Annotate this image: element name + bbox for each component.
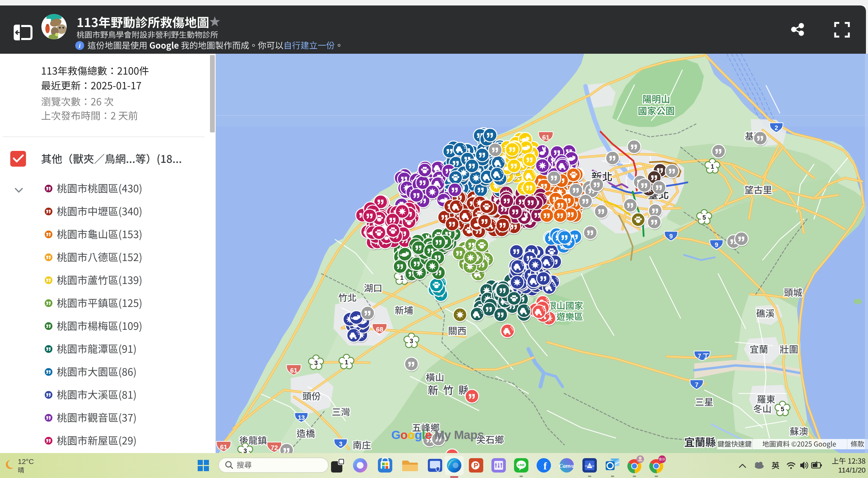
svg-text:P: P <box>474 462 478 469</box>
svg-text:i: i <box>79 42 81 49</box>
svg-text:9: 9 <box>669 233 673 240</box>
svg-text:5: 5 <box>781 406 784 413</box>
svg-text:61: 61 <box>290 367 298 374</box>
svg-text:61: 61 <box>220 443 227 451</box>
svg-text:7: 7 <box>695 382 698 388</box>
svg-text:LINE: LINE <box>518 463 525 467</box>
svg-text:2: 2 <box>775 125 778 131</box>
svg-text:3: 3 <box>314 360 318 366</box>
svg-text:3: 3 <box>410 338 413 345</box>
svg-text:1: 1 <box>400 274 404 281</box>
svg-text:9: 9 <box>715 242 718 248</box>
svg-text:12°C: 12°C <box>18 457 34 465</box>
svg-text:3: 3 <box>339 441 342 448</box>
svg-text:114/1/20: 114/1/20 <box>838 466 866 474</box>
svg-text:68: 68 <box>376 326 383 333</box>
svg-text:1: 1 <box>711 163 714 170</box>
svg-text:7: 7 <box>698 353 701 360</box>
svg-text:13: 13 <box>298 414 305 421</box>
svg-text:Canva: Canva <box>559 463 575 469</box>
svg-text:f: f <box>543 460 547 471</box>
svg-text:GoogleMy Maps: GoogleMy Maps <box>391 428 484 441</box>
svg-text:5: 5 <box>702 214 706 221</box>
svg-text:72: 72 <box>271 444 278 451</box>
svg-text:61: 61 <box>542 134 550 141</box>
svg-text:1: 1 <box>345 359 348 366</box>
